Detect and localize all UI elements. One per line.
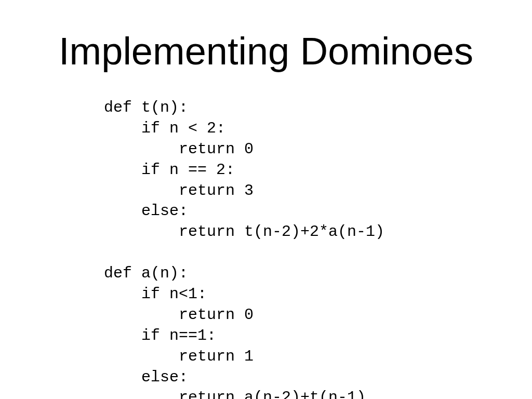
code-block: def t(n): if n < 2: return 0 if n == 2: … — [104, 98, 384, 399]
slide: Implementing Dominoes def t(n): if n < 2… — [0, 0, 532, 399]
slide-title: Implementing Dominoes — [0, 31, 532, 72]
